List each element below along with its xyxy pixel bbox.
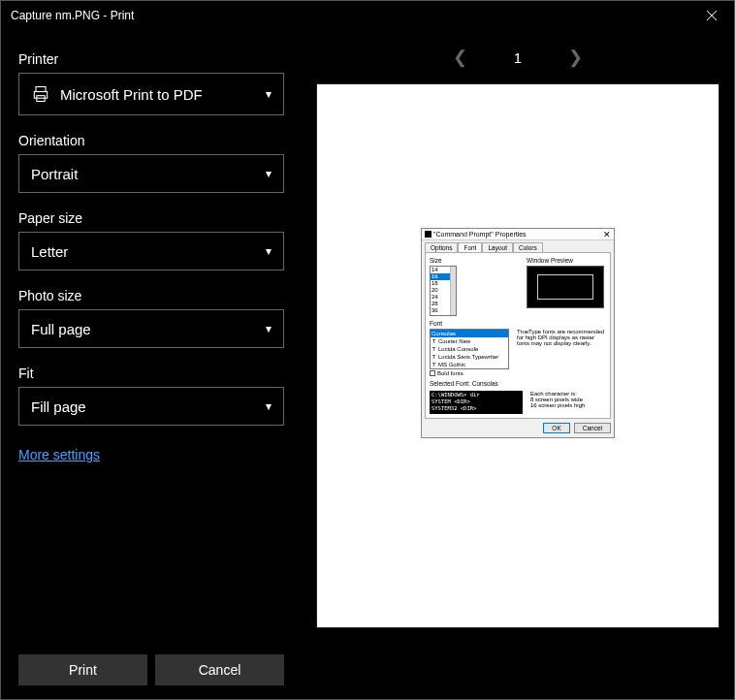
selected-font-label: Selected Font: Consolas bbox=[430, 380, 606, 387]
char-dimensions: Each character is: 8 screen pixels wide … bbox=[530, 391, 585, 408]
photosize-value: Full page bbox=[31, 321, 91, 337]
mini-titlebar: "Command Prompt" Properties ✕ bbox=[422, 229, 614, 240]
page-number: 1 bbox=[514, 49, 522, 66]
font-option: TLucida Console bbox=[431, 345, 508, 353]
scrollbar bbox=[450, 267, 456, 315]
printer-icon bbox=[31, 84, 50, 104]
photosize-select[interactable]: Full page ▾ bbox=[18, 309, 284, 348]
font-listbox: ConsolasTCourier NewTLucida ConsoleTLuci… bbox=[430, 329, 509, 369]
papersize-value: Letter bbox=[31, 243, 68, 260]
print-button-label: Print bbox=[69, 662, 97, 678]
size-option: 28 bbox=[431, 301, 450, 307]
print-button[interactable]: Print bbox=[18, 654, 147, 685]
mini-tabs: Options Font Layout Colors bbox=[422, 240, 614, 252]
cmd-line: SYSTEM <DIR> bbox=[431, 398, 521, 405]
mini-close-icon: ✕ bbox=[603, 230, 611, 239]
papersize-label: Paper size bbox=[18, 210, 284, 226]
fit-value: Fill page bbox=[31, 398, 86, 415]
next-page-button[interactable]: ❯ bbox=[568, 47, 583, 68]
size-option: 18 bbox=[431, 280, 450, 287]
orientation-value: Portrait bbox=[31, 166, 78, 182]
size-option: 24 bbox=[431, 294, 450, 301]
size-option: 14 bbox=[431, 267, 450, 273]
font-label: Font bbox=[430, 320, 606, 327]
mini-tab-body: Size 1416182024283672 Window Preview bbox=[425, 252, 611, 419]
font-option: TCourier New bbox=[431, 337, 508, 345]
cmd-line: SYSTEM32 <DIR> bbox=[431, 405, 521, 412]
cmd-icon bbox=[425, 231, 431, 238]
preview-panel: ❮ 1 ❯ "Command Prompt" Properties ✕ Opti… bbox=[302, 30, 734, 699]
size-option: 20 bbox=[431, 287, 450, 294]
tab-colors: Colors bbox=[513, 242, 543, 252]
tab-font: Font bbox=[458, 242, 482, 252]
font-option: TMS Gothic bbox=[431, 361, 508, 368]
more-settings-link[interactable]: More settings bbox=[18, 447, 284, 462]
mini-title-text: "Command Prompt" Properties bbox=[433, 231, 527, 238]
size-listbox: 1416182024283672 bbox=[430, 266, 457, 316]
window-title: Capture nm.PNG - Print bbox=[11, 9, 134, 22]
svg-rect-0 bbox=[36, 87, 46, 92]
mini-ok-button: OK bbox=[543, 423, 569, 433]
printer-value: Microsoft Print to PDF bbox=[60, 86, 203, 103]
print-settings-panel: Printer Microsoft Print to PDF ▾ Orienta… bbox=[1, 30, 302, 699]
char-note-3: 16 screen pixels high bbox=[530, 402, 585, 408]
size-option: 72 bbox=[431, 314, 450, 316]
orientation-label: Orientation bbox=[18, 133, 284, 148]
titlebar: Capture nm.PNG - Print bbox=[1, 1, 734, 30]
bold-fonts-checkbox: Bold fonts bbox=[430, 370, 509, 376]
sample-output: C:\WINDOWS> dirSYSTEM <DIR>SYSTEM32 <DIR… bbox=[430, 391, 523, 414]
prev-page-button[interactable]: ❮ bbox=[453, 47, 467, 68]
chevron-down-icon: ▾ bbox=[266, 322, 272, 335]
font-option: Consolas bbox=[431, 330, 508, 337]
close-icon bbox=[707, 11, 717, 20]
chevron-down-icon: ▾ bbox=[266, 399, 272, 413]
pager: ❮ 1 ❯ bbox=[302, 30, 734, 84]
cancel-button-label: Cancel bbox=[199, 662, 241, 678]
mini-cancel-button: Cancel bbox=[574, 423, 611, 433]
truetype-note: TrueType fonts are recommended for high … bbox=[517, 329, 606, 376]
tab-options: Options bbox=[425, 242, 458, 252]
chevron-down-icon: ▾ bbox=[266, 87, 272, 101]
bold-fonts-label: Bold fonts bbox=[437, 370, 463, 376]
tab-layout: Layout bbox=[482, 242, 513, 252]
size-option: 16 bbox=[431, 273, 450, 280]
size-label: Size bbox=[430, 257, 519, 264]
chevron-down-icon: ▾ bbox=[266, 244, 272, 258]
window-preview-label: Window Preview bbox=[527, 257, 606, 264]
fit-select[interactable]: Fill page ▾ bbox=[18, 387, 284, 426]
page-preview: "Command Prompt" Properties ✕ Options Fo… bbox=[317, 84, 719, 627]
size-option: 36 bbox=[431, 307, 450, 314]
photosize-label: Photo size bbox=[18, 288, 284, 303]
window-preview-inner bbox=[537, 274, 593, 300]
cancel-button[interactable]: Cancel bbox=[155, 654, 284, 685]
chevron-down-icon: ▾ bbox=[266, 167, 272, 180]
cmd-properties-dialog: "Command Prompt" Properties ✕ Options Fo… bbox=[421, 228, 615, 438]
printer-label: Printer bbox=[18, 51, 284, 67]
fit-label: Fit bbox=[18, 366, 284, 381]
font-option: TLucida Sans Typewriter bbox=[431, 353, 508, 361]
window-preview-box bbox=[527, 266, 604, 308]
orientation-select[interactable]: Portrait ▾ bbox=[18, 154, 284, 193]
printer-select[interactable]: Microsoft Print to PDF ▾ bbox=[18, 73, 284, 115]
close-button[interactable] bbox=[689, 1, 734, 30]
checkbox-icon bbox=[430, 370, 435, 376]
papersize-select[interactable]: Letter ▾ bbox=[18, 232, 284, 270]
cmd-line: C:\WINDOWS> dir bbox=[431, 392, 521, 398]
